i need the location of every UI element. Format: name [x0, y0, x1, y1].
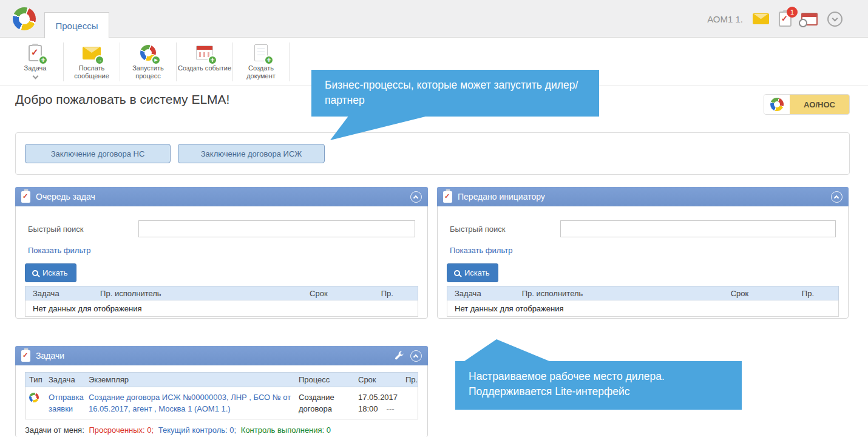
- tasks-table: Тип Задача Экземпляр Процесс Срок Пр. От…: [25, 372, 418, 419]
- ribbon-button-label: Задача: [24, 64, 47, 72]
- collapse-button[interactable]: [410, 350, 422, 362]
- task-link[interactable]: Отправка заявки: [49, 391, 85, 415]
- chevron-up-icon: [413, 195, 418, 200]
- tasks-summary: Задачи от меня: Просроченных: 0; Текущий…: [25, 425, 331, 435]
- quick-search-label: Быстрый поиск: [28, 225, 84, 234]
- search-button-label: Искать: [42, 268, 68, 277]
- portlet-header: Передано инициатору: [437, 187, 849, 206]
- annotation-tail: [311, 115, 433, 141]
- summary-current-control: Текущий контроль: 0;: [158, 425, 236, 435]
- ribbon-button-create-document[interactable]: Создать документ: [233, 38, 289, 86]
- ribbon-separator: [289, 42, 290, 81]
- empty-row: Нет данных для отображения: [25, 300, 418, 317]
- summary-overdue: Просроченных: 0;: [89, 425, 154, 435]
- account-menu-icon[interactable]: [827, 12, 843, 27]
- column-task: Задача: [447, 289, 515, 298]
- transferred-table: Задача Пр. исполнитель Срок Пр. Нет данн…: [447, 286, 839, 317]
- collapse-button[interactable]: [831, 191, 843, 203]
- settings-wrench-icon[interactable]: [394, 351, 404, 361]
- notifications-tasks-icon[interactable]: 1: [779, 12, 792, 27]
- topbar: Процессы АОМ1 1. 1: [0, 0, 868, 38]
- summary-execution-control: Контроль выполнения: 0: [241, 425, 331, 435]
- ribbon-button-label: Создать документ: [233, 64, 289, 80]
- arrow-badge-icon: [95, 55, 104, 65]
- ribbon-button-create-event[interactable]: Создать событие: [177, 38, 232, 86]
- quick-search-input[interactable]: [560, 220, 836, 237]
- process-button-label: Заключение договора НС: [51, 149, 145, 158]
- play-badge-icon: [151, 55, 161, 65]
- search-button[interactable]: Искать: [25, 263, 76, 282]
- tab-processes[interactable]: Процессы: [44, 12, 109, 38]
- ribbon-button-label: Создать событие: [178, 64, 231, 72]
- table-header-row: Задача Пр. исполнитель Срок Пр.: [25, 286, 418, 300]
- elma-app: Процессы АОМ1 1. 1 Задача: [0, 0, 868, 437]
- ribbon-button-label: Запустить процесс: [120, 64, 176, 80]
- portlet-header: Очередь задач: [15, 187, 428, 206]
- column-executor: Пр. исполнитель: [515, 289, 724, 298]
- clipboard-icon: [443, 191, 452, 203]
- process-button-label: Заключение договора ИСЖ: [201, 149, 302, 158]
- workspace-badge-label: АО/НОС: [790, 95, 849, 114]
- plus-badge-icon: [208, 55, 217, 65]
- portlet-transferred-to-initiator: Передано инициатору Быстрый поиск Показа…: [437, 187, 849, 319]
- column-task: Задача: [45, 375, 85, 384]
- portlet-task-queue: Очередь задач Быстрый поиск Показать фил…: [15, 187, 428, 319]
- page-title: Добро пожаловать в систему ELMA!: [15, 92, 229, 107]
- ribbon-button-new-task[interactable]: Задача: [7, 38, 63, 86]
- current-user-label: АОМ1 1.: [707, 14, 743, 24]
- due-cell: 17.05.2017 18:00---: [354, 391, 402, 415]
- show-filter-link[interactable]: Показать фильтр: [450, 246, 512, 255]
- table-header-row: Задача Пр. исполнитель Срок Пр.: [447, 286, 839, 300]
- ribbon-button-label: Послать сообщение: [64, 64, 120, 80]
- topbar-right-cluster: АОМ1 1. 1: [707, 0, 843, 38]
- column-priority: Пр.: [402, 375, 418, 384]
- show-filter-link[interactable]: Показать фильтр: [28, 246, 90, 255]
- start-process-button-isj[interactable]: Заключение договора ИСЖ: [178, 144, 325, 163]
- portlet-title: Передано инициатору: [458, 192, 545, 202]
- plus-badge-icon: [264, 55, 274, 65]
- due-time: 18:00: [358, 404, 378, 413]
- summary-label: Задачи от меня:: [25, 425, 84, 435]
- mail-icon[interactable]: [753, 13, 769, 24]
- elma-logo-icon: [13, 7, 36, 30]
- column-executor: Пр. исполнитель: [93, 289, 302, 298]
- search-icon: [454, 270, 460, 276]
- column-due: Срок: [724, 289, 795, 298]
- clipboard-icon: [21, 350, 30, 362]
- task-queue-table: Задача Пр. исполнитель Срок Пр. Нет данн…: [25, 286, 418, 317]
- clipboard-icon: [21, 191, 30, 203]
- start-process-button-ns[interactable]: Заключение договора НС: [25, 144, 171, 163]
- notification-count-badge: 1: [787, 7, 798, 18]
- ribbon-button-run-process[interactable]: Запустить процесс: [120, 38, 176, 86]
- tab-processes-label: Процессы: [55, 21, 98, 31]
- chevron-down-icon: [832, 15, 838, 21]
- quick-search-label: Быстрый поиск: [450, 225, 506, 234]
- due-date: 17.05.2017: [358, 393, 398, 402]
- process-type-icon: [29, 393, 39, 402]
- column-task: Задача: [25, 289, 93, 298]
- plus-badge-icon: [38, 55, 48, 65]
- process-cell: Создание договора: [295, 391, 354, 415]
- due-extra: ---: [387, 404, 395, 413]
- calendar-clock-icon[interactable]: [801, 13, 818, 25]
- column-instance: Экземпляр: [85, 375, 295, 384]
- empty-row: Нет данных для отображения: [447, 300, 839, 317]
- ribbon-button-send-message[interactable]: Послать сообщение: [64, 38, 120, 86]
- table-row: Отправка заявки Создание договора ИСЖ №0…: [25, 387, 418, 419]
- table-header-row: Тип Задача Экземпляр Процесс Срок Пр.: [25, 372, 418, 387]
- search-icon: [32, 270, 38, 276]
- column-process: Процесс: [295, 375, 354, 384]
- column-priority: Пр.: [795, 289, 838, 298]
- annotation-workspace: Настраиваемое рабочее место дилера. Подд…: [455, 361, 742, 410]
- search-button[interactable]: Искать: [447, 263, 498, 282]
- quick-search-input[interactable]: [138, 220, 415, 237]
- portlet-tasks: Задачи Тип Задача Экземпляр Процесс Срок…: [15, 346, 428, 437]
- collapse-button[interactable]: [410, 191, 422, 203]
- elma-logo-icon: [764, 95, 790, 114]
- column-type: Тип: [25, 375, 45, 384]
- workspace-badge[interactable]: АО/НОС: [764, 94, 850, 115]
- instance-link[interactable]: Создание договора ИСЖ №00000003, ЛНР , Б…: [89, 391, 295, 415]
- annotation-tail: [455, 339, 577, 362]
- portlet-title: Очередь задач: [36, 192, 95, 202]
- search-button-label: Искать: [464, 268, 490, 277]
